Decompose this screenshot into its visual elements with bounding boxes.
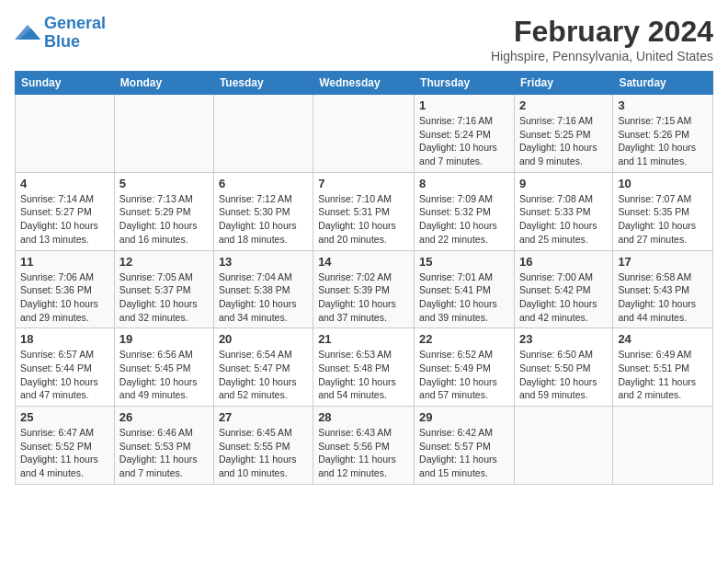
day-info: Sunrise: 6:54 AM Sunset: 5:47 PM Dayligh… xyxy=(219,348,308,402)
calendar-cell: 28Sunrise: 6:43 AM Sunset: 5:56 PM Dayli… xyxy=(313,407,415,485)
day-info: Sunrise: 6:50 AM Sunset: 5:50 PM Dayligh… xyxy=(519,348,608,402)
calendar-cell: 17Sunrise: 6:58 AM Sunset: 5:43 PM Dayli… xyxy=(613,250,713,328)
calendar-cell: 1Sunrise: 7:16 AM Sunset: 5:24 PM Daylig… xyxy=(415,95,515,173)
calendar-header-row: SundayMondayTuesdayWednesdayThursdayFrid… xyxy=(16,72,713,95)
calendar-cell: 14Sunrise: 7:02 AM Sunset: 5:39 PM Dayli… xyxy=(313,250,415,328)
day-number: 21 xyxy=(318,332,409,346)
calendar-cell xyxy=(514,407,612,485)
calendar-cell xyxy=(213,95,313,173)
day-info: Sunrise: 7:09 AM Sunset: 5:32 PM Dayligh… xyxy=(419,192,509,247)
day-info: Sunrise: 6:45 AM Sunset: 5:55 PM Dayligh… xyxy=(219,426,308,480)
calendar-cell: 7Sunrise: 7:10 AM Sunset: 5:31 PM Daylig… xyxy=(313,172,415,250)
calendar-cell: 12Sunrise: 7:05 AM Sunset: 5:37 PM Dayli… xyxy=(114,250,213,328)
logo-text: General Blue xyxy=(44,15,106,52)
calendar-cell: 24Sunrise: 6:49 AM Sunset: 5:51 PM Dayli… xyxy=(613,328,713,407)
day-number: 7 xyxy=(318,177,409,190)
calendar-week-row: 25Sunrise: 6:47 AM Sunset: 5:52 PM Dayli… xyxy=(16,407,713,485)
day-info: Sunrise: 7:15 AM Sunset: 5:26 PM Dayligh… xyxy=(618,114,708,168)
column-header-monday: Monday xyxy=(114,72,213,95)
calendar-cell: 8Sunrise: 7:09 AM Sunset: 5:32 PM Daylig… xyxy=(415,172,515,250)
day-info: Sunrise: 7:12 AM Sunset: 5:30 PM Dayligh… xyxy=(219,192,308,247)
calendar-cell: 15Sunrise: 7:01 AM Sunset: 5:41 PM Dayli… xyxy=(415,250,515,328)
logo-line1: General xyxy=(44,14,106,32)
day-info: Sunrise: 6:49 AM Sunset: 5:51 PM Dayligh… xyxy=(618,348,708,402)
day-info: Sunrise: 6:43 AM Sunset: 5:56 PM Dayligh… xyxy=(318,426,409,480)
day-number: 25 xyxy=(20,410,109,424)
day-number: 1 xyxy=(419,98,509,112)
column-header-friday: Friday xyxy=(514,72,612,95)
logo-line2: Blue xyxy=(44,32,80,51)
column-header-saturday: Saturday xyxy=(613,72,713,95)
day-number: 22 xyxy=(419,332,509,346)
day-number: 18 xyxy=(20,332,109,346)
page-subtitle: Highspire, Pennsylvania, United States xyxy=(491,49,713,63)
day-number: 20 xyxy=(219,332,308,346)
column-header-wednesday: Wednesday xyxy=(313,72,415,95)
calendar-cell xyxy=(114,95,213,173)
calendar-week-row: 1Sunrise: 7:16 AM Sunset: 5:24 PM Daylig… xyxy=(16,95,713,173)
day-info: Sunrise: 6:57 AM Sunset: 5:44 PM Dayligh… xyxy=(20,348,109,402)
calendar-cell: 25Sunrise: 6:47 AM Sunset: 5:52 PM Dayli… xyxy=(16,407,115,485)
calendar-cell xyxy=(313,95,415,173)
day-info: Sunrise: 7:04 AM Sunset: 5:38 PM Dayligh… xyxy=(219,270,308,325)
calendar-cell: 16Sunrise: 7:00 AM Sunset: 5:42 PM Dayli… xyxy=(514,250,612,328)
calendar-cell: 27Sunrise: 6:45 AM Sunset: 5:55 PM Dayli… xyxy=(213,407,313,485)
day-info: Sunrise: 6:53 AM Sunset: 5:48 PM Dayligh… xyxy=(318,348,409,402)
day-number: 3 xyxy=(618,98,708,112)
title-block: February 2024 Highspire, Pennsylvania, U… xyxy=(491,15,713,63)
calendar-cell: 20Sunrise: 6:54 AM Sunset: 5:47 PM Dayli… xyxy=(213,328,313,407)
day-info: Sunrise: 7:05 AM Sunset: 5:37 PM Dayligh… xyxy=(119,270,209,325)
day-info: Sunrise: 7:14 AM Sunset: 5:27 PM Dayligh… xyxy=(20,192,109,247)
calendar-week-row: 4Sunrise: 7:14 AM Sunset: 5:27 PM Daylig… xyxy=(16,172,713,250)
day-number: 23 xyxy=(519,332,608,346)
day-number: 10 xyxy=(618,177,708,190)
logo-icon xyxy=(15,23,40,43)
calendar-cell: 9Sunrise: 7:08 AM Sunset: 5:33 PM Daylig… xyxy=(514,172,612,250)
day-info: Sunrise: 7:10 AM Sunset: 5:31 PM Dayligh… xyxy=(318,192,409,247)
day-number: 17 xyxy=(618,255,708,269)
calendar-cell xyxy=(16,95,115,173)
day-number: 2 xyxy=(519,98,608,112)
calendar-cell: 29Sunrise: 6:42 AM Sunset: 5:57 PM Dayli… xyxy=(415,407,515,485)
column-header-thursday: Thursday xyxy=(415,72,515,95)
calendar-cell: 19Sunrise: 6:56 AM Sunset: 5:45 PM Dayli… xyxy=(114,328,213,407)
day-info: Sunrise: 7:06 AM Sunset: 5:36 PM Dayligh… xyxy=(20,270,109,325)
day-info: Sunrise: 7:07 AM Sunset: 5:35 PM Dayligh… xyxy=(618,192,708,247)
day-number: 9 xyxy=(519,177,608,190)
day-number: 26 xyxy=(119,410,209,424)
calendar-cell: 3Sunrise: 7:15 AM Sunset: 5:26 PM Daylig… xyxy=(613,95,713,173)
day-number: 19 xyxy=(119,332,209,346)
column-header-sunday: Sunday xyxy=(16,72,115,95)
day-number: 16 xyxy=(519,255,608,269)
calendar-cell: 5Sunrise: 7:13 AM Sunset: 5:29 PM Daylig… xyxy=(114,172,213,250)
day-number: 27 xyxy=(219,410,308,424)
column-header-tuesday: Tuesday xyxy=(213,72,313,95)
calendar-cell: 11Sunrise: 7:06 AM Sunset: 5:36 PM Dayli… xyxy=(16,250,115,328)
day-number: 12 xyxy=(119,255,209,269)
day-number: 11 xyxy=(20,255,109,269)
calendar-table: SundayMondayTuesdayWednesdayThursdayFrid… xyxy=(15,71,713,485)
day-info: Sunrise: 7:16 AM Sunset: 5:24 PM Dayligh… xyxy=(419,114,509,168)
day-info: Sunrise: 7:16 AM Sunset: 5:25 PM Dayligh… xyxy=(519,114,608,168)
day-info: Sunrise: 6:42 AM Sunset: 5:57 PM Dayligh… xyxy=(419,426,509,480)
day-number: 5 xyxy=(119,177,209,190)
calendar-cell: 2Sunrise: 7:16 AM Sunset: 5:25 PM Daylig… xyxy=(514,95,612,173)
day-info: Sunrise: 6:52 AM Sunset: 5:49 PM Dayligh… xyxy=(419,348,509,402)
day-number: 14 xyxy=(318,255,409,269)
day-info: Sunrise: 6:46 AM Sunset: 5:53 PM Dayligh… xyxy=(119,426,209,480)
logo: General Blue xyxy=(15,15,106,52)
day-number: 6 xyxy=(219,177,308,190)
day-info: Sunrise: 7:08 AM Sunset: 5:33 PM Dayligh… xyxy=(519,192,608,247)
day-info: Sunrise: 7:00 AM Sunset: 5:42 PM Dayligh… xyxy=(519,270,608,325)
day-info: Sunrise: 7:13 AM Sunset: 5:29 PM Dayligh… xyxy=(119,192,209,247)
day-number: 29 xyxy=(419,410,509,424)
calendar-cell: 13Sunrise: 7:04 AM Sunset: 5:38 PM Dayli… xyxy=(213,250,313,328)
page-title: February 2024 xyxy=(491,15,713,49)
day-info: Sunrise: 7:01 AM Sunset: 5:41 PM Dayligh… xyxy=(419,270,509,325)
calendar-cell: 10Sunrise: 7:07 AM Sunset: 5:35 PM Dayli… xyxy=(613,172,713,250)
day-number: 8 xyxy=(419,177,509,190)
day-info: Sunrise: 6:56 AM Sunset: 5:45 PM Dayligh… xyxy=(119,348,209,402)
day-number: 4 xyxy=(20,177,109,190)
day-number: 15 xyxy=(419,255,509,269)
calendar-week-row: 11Sunrise: 7:06 AM Sunset: 5:36 PM Dayli… xyxy=(16,250,713,328)
